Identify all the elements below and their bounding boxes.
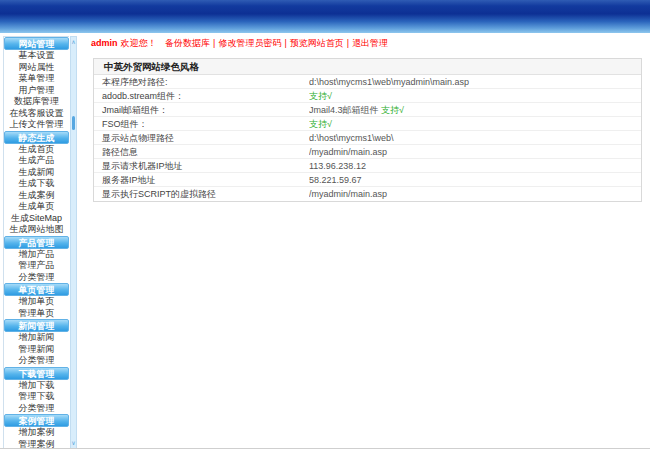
info-label: 显示站点物理路径 [94,131,309,144]
welcome-text: 欢迎您！ [121,38,157,48]
server-info-panel: 中英外贸网站绿色风格 本程序绝对路径: d:\host\mycms1\web\m… [93,58,642,202]
link-separator: | [347,38,349,48]
sidebar-section-新闻管理[interactable]: 新闻管理 [4,319,69,332]
sidebar-section-单页管理[interactable]: 单页管理 [4,283,69,296]
support-status: 支持√ [309,119,332,129]
sidebar-item-增加案例[interactable]: 增加案例 [4,427,69,439]
sidebar-scrollbar[interactable]: ∧ ∨ [70,36,77,449]
sidebar-item-管理新闻[interactable]: 管理新闻 [4,344,69,356]
sidebar-item-生成首页[interactable]: 生成首页 [4,144,69,156]
info-value: /myadmin/main.asp [309,187,641,201]
sidebar-item-生成产品[interactable]: 生成产品 [4,155,69,167]
info-value: /myadmin/main.asp [309,145,641,158]
topbar-link-1[interactable]: 备份数据库 [165,38,210,48]
sidebar-menu: 网站管理基本设置网站属性菜单管理用户管理数据库管理在线客服设置上传文件管理静态生… [3,36,69,449]
info-label: adodb.stream组件： [94,89,309,102]
info-row: 显示站点物理路径 d:\host\mycms1\web\ [94,131,641,145]
info-value: 支持√ [309,117,641,130]
info-label: 服务器IP地址 [94,173,309,186]
info-row: FSO组件： 支持√ [94,117,641,131]
support-status: 支持√ [381,105,404,115]
link-separator: | [213,38,215,48]
sidebar-item-分类管理[interactable]: 分类管理 [4,355,69,367]
topbar-link-2[interactable]: 修改管理员密码 [218,38,281,48]
info-value: Jmail4.3邮箱组件 支持√ [309,103,641,116]
sidebar-item-管理产品[interactable]: 管理产品 [4,260,69,272]
info-label: FSO组件： [94,117,309,130]
sidebar-item-增加单页[interactable]: 增加单页 [4,296,69,308]
info-label: 显示请求机器IP地址 [94,159,309,172]
sidebar-item-菜单管理[interactable]: 菜单管理 [4,73,69,85]
info-label: 路径信息 [94,145,309,158]
sidebar-item-用户管理[interactable]: 用户管理 [4,85,69,97]
welcome-bar: admin欢迎您！ 备份数据库|修改管理员密码|预览网站首页|退出管理 [85,36,650,51]
info-value: d:\host\mycms1\web\myadmin\main.asp [309,75,641,88]
sidebar-item-数据库管理[interactable]: 数据库管理 [4,96,69,108]
info-label: 本程序绝对路径: [94,75,309,88]
scroll-down-icon[interactable]: ∨ [71,440,76,446]
sidebar-item-管理单页[interactable]: 管理单页 [4,308,69,320]
info-row: 服务器IP地址 58.221.59.67 [94,173,641,187]
sidebar-item-生成下载[interactable]: 生成下载 [4,178,69,190]
info-label: Jmail邮箱组件： [94,103,309,116]
sidebar-item-上传文件管理[interactable]: 上传文件管理 [4,119,69,131]
page-bottom-divider [0,448,650,449]
info-row: 显示请求机器IP地址 113.96.238.12 [94,159,641,173]
topbar-link-4[interactable]: 退出管理 [352,38,388,48]
info-row: Jmail邮箱组件： Jmail4.3邮箱组件 支持√ [94,103,641,117]
main-content: admin欢迎您！ 备份数据库|修改管理员密码|预览网站首页|退出管理 中英外贸… [85,36,650,448]
info-label: 显示执行SCRIPT的虚拟路径 [94,187,309,201]
scrollbar-thumb[interactable] [72,116,75,130]
sidebar-item-生成案例[interactable]: 生成案例 [4,190,69,202]
admin-page: 网站管理基本设置网站属性菜单管理用户管理数据库管理在线客服设置上传文件管理静态生… [0,0,650,452]
support-status: 支持√ [309,91,332,101]
sidebar-item-网站属性[interactable]: 网站属性 [4,62,69,74]
info-row: 显示执行SCRIPT的虚拟路径 /myadmin/main.asp [94,187,641,201]
info-value: d:\host\mycms1\web\ [309,131,641,144]
info-value: 58.221.59.67 [309,173,641,186]
sidebar-item-增加新闻[interactable]: 增加新闻 [4,332,69,344]
info-row: 本程序绝对路径: d:\host\mycms1\web\myadmin\main… [94,75,641,89]
panel-title: 中英外贸网站绿色风格 [94,59,641,75]
info-row: 路径信息 /myadmin/main.asp [94,145,641,159]
sidebar-item-分类管理[interactable]: 分类管理 [4,403,69,415]
sidebar-section-网站管理[interactable]: 网站管理 [4,37,69,50]
sidebar-item-增加下载[interactable]: 增加下载 [4,380,69,392]
sidebar-item-分类管理[interactable]: 分类管理 [4,272,69,284]
sidebar-item-生成单页[interactable]: 生成单页 [4,201,69,213]
link-separator: | [284,38,286,48]
sidebar-section-产品管理[interactable]: 产品管理 [4,236,69,249]
sidebar-item-在线客服设置[interactable]: 在线客服设置 [4,108,69,120]
scroll-up-icon[interactable]: ∧ [71,39,76,45]
sidebar-item-基本设置[interactable]: 基本设置 [4,50,69,62]
sidebar-section-案例管理[interactable]: 案例管理 [4,414,69,427]
sidebar-section-下载管理[interactable]: 下载管理 [4,367,69,380]
sidebar-item-生成SiteMap[interactable]: 生成SiteMap [4,213,69,225]
sidebar-item-生成新闻[interactable]: 生成新闻 [4,167,69,179]
info-value: 113.96.238.12 [309,159,641,172]
sidebar-item-增加产品[interactable]: 增加产品 [4,249,69,261]
sidebar-item-管理下载[interactable]: 管理下载 [4,391,69,403]
topbar-link-3[interactable]: 预览网站首页 [290,38,344,48]
sidebar-item-生成网站地图[interactable]: 生成网站地图 [4,224,69,236]
top-banner [0,0,650,33]
sidebar-section-静态生成[interactable]: 静态生成 [4,131,69,144]
info-value: 支持√ [309,89,641,102]
username-label: admin [91,38,118,48]
info-row: adodb.stream组件： 支持√ [94,89,641,103]
